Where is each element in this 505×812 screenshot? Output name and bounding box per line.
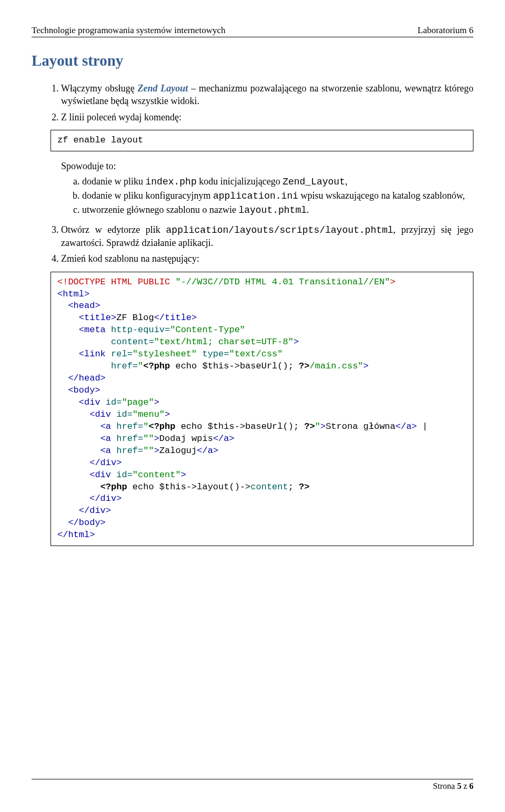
step1-text-before: Włączymy obsługę <box>61 83 138 94</box>
footer-page-current: 5 <box>457 782 461 790</box>
main-ordered-list-cont: Otwórz w edytorze plik application/layou… <box>32 223 473 265</box>
code-box-2: <!DOCTYPE HTML PUBLIC "-//W3C//DTD HTML … <box>50 272 473 547</box>
header-left: Technologie programowania systemów inter… <box>32 25 225 36</box>
page-header: Technologie programowania systemów inter… <box>32 25 473 37</box>
code-box-1: zf enable layout <box>50 130 473 151</box>
step1-emphasis: Zend Layout <box>138 83 188 94</box>
sub-a: dodanie w pliku index.php kodu inicjaliz… <box>82 175 473 188</box>
step-2: Z linii poleceń wydaj komendę: <box>61 111 473 124</box>
header-right: Laboratorium 6 <box>418 25 473 36</box>
page-container: Technologie programowania systemów inter… <box>0 0 505 812</box>
section-title: Layout strony <box>32 52 473 69</box>
footer-page-total: 6 <box>469 782 473 790</box>
sub-list: dodanie w pliku index.php kodu inicjaliz… <box>61 175 473 217</box>
step-4: Zmień kod szablonu na następujący: <box>61 252 473 265</box>
sub-b: dodanie w pliku konfiguracyjnym applicat… <box>82 189 473 202</box>
page-footer: Strona 5 z 6 <box>32 779 473 791</box>
sub-wrapper: dodanie w pliku index.php kodu inicjaliz… <box>32 175 473 217</box>
step-3: Otwórz w edytorze plik application/layou… <box>61 223 473 250</box>
sub-c: utworzenie głównego szablonu o nazwie la… <box>82 203 473 217</box>
main-ordered-list: Włączymy obsługę Zend Layout – mechanizm… <box>32 82 473 124</box>
footer-text-1: Strona <box>433 782 457 790</box>
code1-content: zf enable layout <box>57 135 143 145</box>
sub-intro: Spowoduje to: <box>61 161 473 172</box>
step-1: Włączymy obsługę Zend Layout – mechanizm… <box>61 82 473 108</box>
footer-text-2: z <box>461 782 469 790</box>
